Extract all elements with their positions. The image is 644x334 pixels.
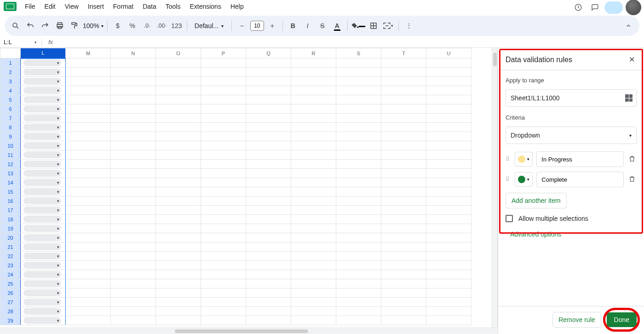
cell[interactable] bbox=[201, 68, 246, 77]
cell[interactable] bbox=[21, 114, 66, 123]
redo-icon[interactable] bbox=[39, 19, 52, 32]
menu-file[interactable]: File bbox=[20, 1, 40, 12]
cell[interactable] bbox=[66, 169, 111, 178]
cell[interactable] bbox=[156, 77, 201, 86]
add-another-item-button[interactable]: Add another item bbox=[506, 193, 567, 208]
cell[interactable] bbox=[21, 77, 66, 86]
cell[interactable] bbox=[21, 206, 66, 215]
dropdown-chip[interactable] bbox=[23, 115, 61, 121]
row-header[interactable]: 7 bbox=[0, 114, 21, 123]
cell[interactable] bbox=[111, 141, 156, 150]
cell[interactable] bbox=[336, 169, 381, 178]
cell[interactable] bbox=[426, 196, 472, 206]
dropdown-chip[interactable] bbox=[23, 124, 61, 131]
cell[interactable] bbox=[21, 242, 66, 252]
undo-icon[interactable] bbox=[24, 19, 37, 32]
cell[interactable] bbox=[156, 132, 201, 141]
cell[interactable] bbox=[426, 58, 472, 68]
cell[interactable] bbox=[246, 298, 291, 307]
cell[interactable] bbox=[336, 233, 381, 242]
cell[interactable] bbox=[381, 316, 426, 325]
cell[interactable] bbox=[156, 224, 201, 233]
row-header[interactable]: 11 bbox=[0, 150, 21, 160]
cell[interactable] bbox=[336, 316, 381, 325]
cell[interactable] bbox=[246, 77, 291, 86]
cell[interactable] bbox=[291, 233, 336, 242]
dropdown-chip[interactable] bbox=[23, 179, 61, 186]
cell[interactable] bbox=[66, 196, 111, 206]
cell[interactable] bbox=[246, 252, 291, 261]
cell[interactable] bbox=[426, 160, 472, 169]
format-currency[interactable]: $ bbox=[111, 19, 124, 32]
cell[interactable] bbox=[336, 150, 381, 160]
cell[interactable] bbox=[21, 224, 66, 233]
cell[interactable] bbox=[201, 206, 246, 215]
cell[interactable] bbox=[201, 178, 246, 187]
row-header[interactable]: 8 bbox=[0, 123, 21, 132]
dropdown-chip[interactable] bbox=[23, 78, 61, 85]
cell[interactable] bbox=[156, 58, 201, 68]
cell[interactable] bbox=[336, 95, 381, 104]
dropdown-chip[interactable] bbox=[23, 133, 61, 140]
cell[interactable] bbox=[381, 68, 426, 77]
cell[interactable] bbox=[291, 307, 336, 316]
cell[interactable] bbox=[156, 178, 201, 187]
font-select[interactable]: Defaul...▾ bbox=[191, 22, 228, 29]
dropdown-chip[interactable] bbox=[23, 207, 61, 213]
cell[interactable] bbox=[291, 242, 336, 252]
cell[interactable] bbox=[111, 261, 156, 270]
option-value-input[interactable] bbox=[536, 151, 624, 167]
cell[interactable] bbox=[426, 242, 472, 252]
cell[interactable] bbox=[156, 242, 201, 252]
row-header[interactable]: 27 bbox=[0, 298, 21, 307]
cell[interactable] bbox=[201, 242, 246, 252]
cell[interactable] bbox=[21, 95, 66, 104]
cell[interactable] bbox=[111, 224, 156, 233]
cell[interactable] bbox=[111, 233, 156, 242]
increase-decimals[interactable]: .00↑ bbox=[155, 19, 168, 32]
dropdown-chip[interactable] bbox=[23, 308, 61, 315]
cell[interactable] bbox=[21, 187, 66, 196]
cell[interactable] bbox=[156, 141, 201, 150]
drag-handle-icon[interactable]: ⠿ bbox=[506, 176, 511, 183]
cell[interactable] bbox=[156, 270, 201, 279]
cell[interactable] bbox=[291, 178, 336, 187]
cell[interactable] bbox=[66, 77, 111, 86]
cell[interactable] bbox=[21, 288, 66, 298]
cell[interactable] bbox=[381, 242, 426, 252]
option-color-picker[interactable]: ▾ bbox=[515, 152, 533, 167]
row-header[interactable]: 5 bbox=[0, 95, 21, 104]
cell[interactable] bbox=[246, 270, 291, 279]
cell[interactable] bbox=[336, 298, 381, 307]
cell[interactable] bbox=[111, 307, 156, 316]
cell[interactable] bbox=[381, 187, 426, 196]
cell[interactable] bbox=[201, 215, 246, 224]
cell[interactable] bbox=[111, 252, 156, 261]
dropdown-chip[interactable] bbox=[23, 161, 61, 167]
cell[interactable] bbox=[66, 58, 111, 68]
row-header[interactable]: 23 bbox=[0, 261, 21, 270]
cell[interactable] bbox=[201, 252, 246, 261]
cell[interactable] bbox=[336, 178, 381, 187]
cell[interactable] bbox=[66, 270, 111, 279]
font-size-increase[interactable]: + bbox=[266, 19, 279, 32]
cell[interactable] bbox=[426, 77, 472, 86]
name-box[interactable]: L:L▾ bbox=[4, 39, 40, 46]
cell[interactable] bbox=[291, 215, 336, 224]
cell[interactable] bbox=[66, 123, 111, 132]
cell[interactable] bbox=[381, 270, 426, 279]
cell[interactable] bbox=[21, 178, 66, 187]
cell[interactable] bbox=[336, 196, 381, 206]
cell[interactable] bbox=[21, 86, 66, 95]
cell[interactable] bbox=[66, 215, 111, 224]
vertical-scrollbar[interactable] bbox=[492, 48, 497, 328]
column-header[interactable]: P bbox=[201, 48, 246, 58]
menu-extensions[interactable]: Extensions bbox=[185, 1, 225, 12]
cell[interactable] bbox=[156, 261, 201, 270]
column-header[interactable]: M bbox=[66, 48, 111, 58]
cell[interactable] bbox=[111, 58, 156, 68]
cell[interactable] bbox=[201, 141, 246, 150]
cell[interactable] bbox=[66, 288, 111, 298]
borders-button[interactable] bbox=[367, 19, 380, 32]
cell[interactable] bbox=[246, 178, 291, 187]
